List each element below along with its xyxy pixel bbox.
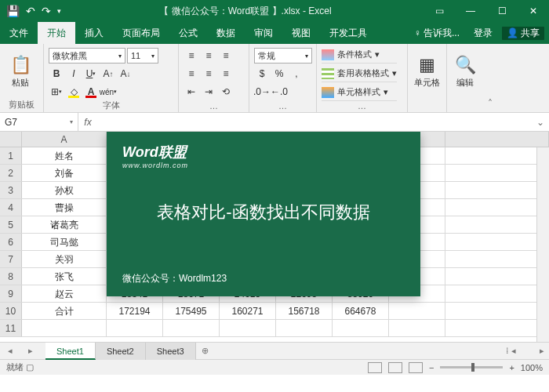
conditional-format-button[interactable]: 条件格式 ▾ (322, 46, 397, 64)
tab-formulas[interactable]: 公式 (169, 22, 207, 44)
cell[interactable]: 曹操 (22, 199, 107, 216)
paste-button[interactable]: 📋粘贴 (5, 46, 36, 96)
row-header[interactable]: 5 (0, 216, 22, 233)
cell[interactable]: 赵云 (22, 285, 107, 302)
align-bottom-button[interactable]: ≡ (218, 48, 234, 64)
zoom-level[interactable]: 100% (521, 363, 543, 372)
sheet-tab[interactable]: Sheet3 (146, 343, 196, 360)
cell[interactable] (276, 320, 333, 336)
font-color-button[interactable]: A (83, 84, 99, 100)
bold-button[interactable]: B (49, 66, 64, 82)
login-button[interactable]: 登录 (469, 27, 497, 40)
tab-review[interactable]: 审阅 (245, 22, 282, 44)
name-box[interactable]: G7▾ (0, 113, 78, 131)
row-header[interactable]: 11 (0, 320, 22, 336)
increase-indent-button[interactable]: ⇥ (201, 84, 216, 100)
row-header[interactable]: 10 (0, 303, 22, 319)
redo-icon[interactable]: ↷ (42, 5, 51, 17)
sheet-tab[interactable]: Sheet1 (45, 343, 96, 360)
cell[interactable] (445, 303, 549, 319)
minimize-button[interactable]: — (455, 0, 486, 22)
cell[interactable] (333, 320, 389, 336)
align-right-button[interactable]: ≡ (218, 66, 234, 82)
cell[interactable] (107, 320, 163, 336)
cell[interactable]: 司马懿 (22, 234, 107, 250)
view-normal-button[interactable] (368, 362, 382, 373)
cell[interactable]: 156718 (276, 303, 333, 319)
cell[interactable] (445, 234, 549, 250)
tab-developer[interactable]: 开发工具 (320, 22, 376, 44)
close-button[interactable]: ✕ (518, 0, 549, 22)
row-header[interactable]: 3 (0, 182, 22, 198)
cell[interactable] (389, 303, 445, 319)
sheet-tab[interactable]: Sheet2 (96, 343, 146, 360)
cell[interactable] (445, 285, 549, 302)
decrease-decimal-button[interactable]: ←.0 (271, 84, 287, 100)
currency-button[interactable]: $ (254, 66, 270, 82)
increase-font-button[interactable]: A↑ (100, 66, 116, 82)
cell[interactable] (445, 165, 549, 181)
share-button[interactable]: 👤共享 (502, 27, 544, 40)
add-sheet-button[interactable]: ⊕ (196, 346, 215, 356)
decrease-font-button[interactable]: A↓ (118, 66, 133, 82)
tab-data[interactable]: 数据 (207, 22, 245, 44)
view-break-button[interactable] (409, 362, 423, 373)
save-icon[interactable]: 💾 (6, 5, 20, 17)
row-header[interactable]: 6 (0, 234, 22, 250)
table-format-button[interactable]: 套用表格格式 ▾ (322, 65, 397, 82)
tab-home[interactable]: 开始 (38, 22, 75, 44)
cell[interactable]: 刘备 (22, 165, 107, 181)
macro-record-icon[interactable]: ▢ (26, 362, 34, 372)
align-top-button[interactable]: ≡ (184, 48, 199, 64)
maximize-button[interactable]: ☐ (486, 0, 518, 22)
cell[interactable]: 160271 (220, 303, 276, 319)
zoom-out-button[interactable]: − (429, 363, 434, 372)
phonetic-button[interactable]: wén▾ (100, 84, 116, 100)
row-header[interactable]: 1 (0, 147, 22, 164)
font-size-combo[interactable]: 11▾ (127, 48, 158, 64)
col-header[interactable]: A (22, 132, 107, 147)
cell-styles-button[interactable]: 单元格样式 ▾ (322, 84, 397, 101)
cell[interactable] (445, 199, 549, 216)
cell[interactable]: 合计 (22, 303, 107, 319)
row-header[interactable]: 7 (0, 251, 22, 267)
tab-layout[interactable]: 页面布局 (113, 22, 169, 44)
tab-file[interactable]: 文件 (0, 22, 38, 44)
vertical-scrollbar[interactable] (536, 147, 549, 342)
tab-view[interactable]: 视图 (282, 22, 320, 44)
qat-dropdown-icon[interactable]: ▾ (57, 7, 61, 15)
fx-button[interactable]: fx (78, 117, 97, 128)
col-header[interactable] (445, 132, 549, 147)
horizontal-scrollbar[interactable]: ⁞ ◂▸ (215, 346, 549, 356)
expand-formula-bar[interactable]: ⌄ (532, 117, 549, 128)
sheet-nav-prev[interactable]: ◂ (0, 346, 20, 356)
cell[interactable]: 张飞 (22, 268, 107, 285)
row-header[interactable]: 4 (0, 199, 22, 216)
cell[interactable]: 关羽 (22, 251, 107, 267)
cell[interactable] (445, 216, 549, 233)
row-header[interactable]: 8 (0, 268, 22, 285)
select-all-corner[interactable] (0, 132, 22, 147)
align-middle-button[interactable]: ≡ (201, 48, 216, 64)
tab-insert[interactable]: 插入 (75, 22, 113, 44)
zoom-slider[interactable] (440, 366, 503, 368)
underline-button[interactable]: U▾ (83, 66, 99, 82)
cell[interactable]: 诸葛亮 (22, 216, 107, 233)
decrease-indent-button[interactable]: ⇤ (184, 84, 199, 100)
tell-me[interactable]: ♀告诉我... (409, 27, 464, 40)
increase-decimal-button[interactable]: .0→ (254, 84, 270, 100)
cell[interactable] (220, 320, 276, 336)
align-center-button[interactable]: ≡ (201, 66, 216, 82)
cell[interactable]: 172194 (107, 303, 163, 319)
orientation-button[interactable]: ⟲ (218, 84, 234, 100)
border-button[interactable]: ⊞▾ (49, 84, 64, 100)
comma-button[interactable]: , (289, 66, 304, 82)
cell[interactable] (163, 320, 220, 336)
cell[interactable]: 664678 (333, 303, 389, 319)
ribbon-options-icon[interactable]: ▭ (424, 0, 455, 22)
cell[interactable] (445, 268, 549, 285)
cell[interactable] (445, 147, 549, 164)
sheet-nav-next[interactable]: ▸ (20, 346, 41, 356)
collapse-ribbon-button[interactable]: ˄ (483, 44, 497, 112)
zoom-in-button[interactable]: + (509, 363, 514, 372)
